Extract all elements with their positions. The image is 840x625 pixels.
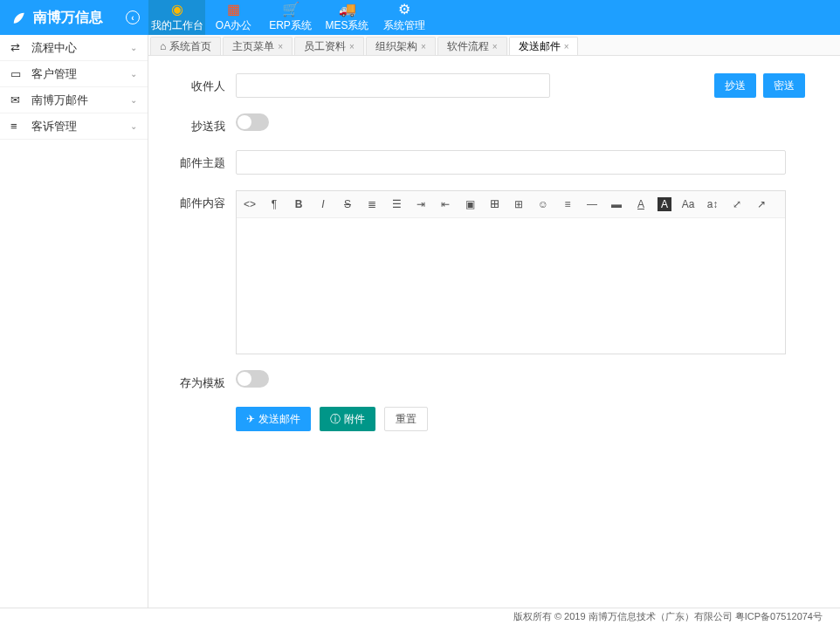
link-icon[interactable]: 𐌎 [486,195,502,214]
rich-editor: <> ¶ B I S ≣ ☰ ⇥ ⇤ ▣ 𐌎 ⊞ ☺ ≡ — [236,190,786,354]
footer: 版权所有 © 2019 南博万信息技术（广东）有限公司 粤ICP备0751207… [0,608,840,625]
align-icon[interactable]: ≡ [560,195,575,214]
subject-input[interactable] [236,150,786,175]
nav-mes[interactable]: 🚚 MES系统 [319,0,375,35]
tab-label: 主页菜单 [232,39,274,54]
sidebar: ⇄ 流程中心 ⌄ ▭ 客户管理 ⌄ ✉ 南博万邮件 ⌄ ≡ 客诉管理 ⌄ [0,35,148,608]
ul-icon[interactable]: ☰ [389,195,404,214]
italic-icon[interactable]: I [315,195,331,214]
cc-me-label: 抄送我 [175,113,236,134]
nav-label: 系统管理 [383,18,425,33]
nav-my-workbench[interactable]: ◉ 我的工作台 [148,0,205,35]
sidebar-item-complaint[interactable]: ≡ 客诉管理 ⌄ [0,113,148,140]
block-icon[interactable]: ▬ [609,195,624,214]
chevron-down-icon: ⌄ [130,121,137,131]
cc-me-switch[interactable] [236,113,269,131]
brand-title: 南博万信息 [33,9,103,27]
tab-send-mail[interactable]: 发送邮件 × [509,37,579,55]
hr-icon[interactable]: — [584,195,600,214]
row-save-template: 存为模板 [175,370,814,391]
recipient-input[interactable] [236,73,550,98]
nav-system[interactable]: ⚙ 系统管理 [375,0,432,35]
fontcolor-icon[interactable]: A [633,195,649,214]
tab-main-menu[interactable]: 主页菜单 × [223,37,293,55]
content-label: 邮件内容 [175,190,236,211]
leaf-icon [10,10,26,25]
copyright-text: 版权所有 © 2019 南博万信息技术（广东）有限公司 粤ICP备0751207… [513,610,823,623]
truck-icon: 🚚 [339,3,356,17]
outdent-icon[interactable]: ⇤ [437,195,453,214]
close-icon[interactable]: × [349,42,355,52]
collapse-sidebar-icon[interactable]: ‹ [126,10,140,24]
bold-icon[interactable]: B [291,195,306,214]
ol-icon[interactable]: ≣ [364,195,380,214]
close-icon[interactable]: × [278,42,283,52]
info-icon: ⓘ [330,412,341,427]
mail-icon: ✉ [10,93,24,106]
reset-button[interactable]: 重置 [384,407,428,431]
image-icon[interactable]: ▣ [462,195,478,214]
close-icon[interactable]: × [564,42,569,52]
gears-icon: ⚙ [398,3,410,17]
send-mail-button[interactable]: ✈ 发送邮件 [236,407,311,431]
shuffle-icon: ⇄ [10,41,24,54]
main-area: ⌂ 系统首页 主页菜单 × 员工资料 × 组织架构 × 软件流程 × 发送邮件 … [148,35,840,608]
editor-toolbar: <> ¶ B I S ≣ ☰ ⇥ ⇤ ▣ 𐌎 ⊞ ☺ ≡ — [237,191,785,218]
action-row: ✈ 发送邮件 ⓘ 附件 重置 [236,407,814,431]
tab-label: 发送邮件 [519,39,561,54]
row-subject: 邮件主题 [175,150,814,175]
cc-button[interactable]: 抄送 [714,73,756,98]
subject-label: 邮件主题 [175,150,236,171]
fontsize-icon[interactable]: Aa [680,195,696,214]
list-icon: ≡ [10,120,24,133]
editor-body[interactable] [237,218,785,354]
tab-employee[interactable]: 员工资料 × [294,37,364,55]
nav-oa[interactable]: ▦ OA办公 [205,0,262,35]
nav-erp[interactable]: 🛒 ERP系统 [262,0,319,35]
attach-label: 附件 [344,412,365,427]
close-icon[interactable]: × [421,42,426,52]
send-icon: ✈ [246,413,255,425]
sidebar-item-customer[interactable]: ▭ 客户管理 ⌄ [0,61,148,87]
send-label: 发送邮件 [258,412,300,427]
tab-label: 组织架构 [375,39,417,54]
top-header: 南博万信息 ‹ ◉ 我的工作台 ▦ OA办公 🛒 ERP系统 🚚 MES系统 ⚙… [0,0,840,35]
chevron-down-icon: ⌄ [130,95,137,105]
card-icon: ▭ [10,67,24,80]
strike-icon[interactable]: S [340,195,355,214]
emoji-icon[interactable]: ☺ [535,195,551,214]
lineheight-icon[interactable]: a↕ [705,195,720,214]
sidebar-label: 流程中心 [31,40,77,56]
tab-label: 软件流程 [447,39,489,54]
save-template-label: 存为模板 [175,370,236,391]
pilcrow-icon[interactable]: ¶ [266,195,282,214]
nav-label: OA办公 [216,18,251,33]
preview-icon[interactable]: ↗ [754,195,769,214]
indent-icon[interactable]: ⇥ [413,195,429,214]
row-recipient: 收件人 抄送 密送 [175,73,814,98]
grid-icon: ▦ [227,3,240,17]
sidebar-item-flow-center[interactable]: ⇄ 流程中心 ⌄ [0,35,148,61]
sidebar-label: 客户管理 [31,66,77,82]
chevron-down-icon: ⌄ [130,69,137,79]
tab-label: 系统首页 [169,39,211,54]
bcc-button[interactable]: 密送 [763,73,805,98]
attachment-button[interactable]: ⓘ 附件 [320,407,375,431]
close-icon[interactable]: × [492,42,498,52]
code-icon[interactable]: <> [242,195,258,214]
cart-icon: 🛒 [282,3,300,17]
tab-label: 员工资料 [304,39,346,54]
tab-software-flow[interactable]: 软件流程 × [437,37,507,55]
row-cc-me: 抄送我 [175,113,814,134]
tab-org[interactable]: 组织架构 × [366,37,436,55]
bgcolor-icon[interactable]: A [658,197,671,211]
row-content: 邮件内容 <> ¶ B I S ≣ ☰ ⇥ ⇤ ▣ 𐌎 [175,190,814,354]
sidebar-label: 客诉管理 [31,119,77,134]
user-circle-icon: ◉ [171,3,183,17]
fullscreen-icon[interactable]: ⤢ [729,195,745,214]
tab-home[interactable]: ⌂ 系统首页 [150,37,221,55]
sidebar-label: 南博万邮件 [31,93,88,108]
save-template-switch[interactable] [236,370,269,388]
sidebar-item-mail[interactable]: ✉ 南博万邮件 ⌄ [0,87,148,113]
table-icon[interactable]: ⊞ [511,195,527,214]
